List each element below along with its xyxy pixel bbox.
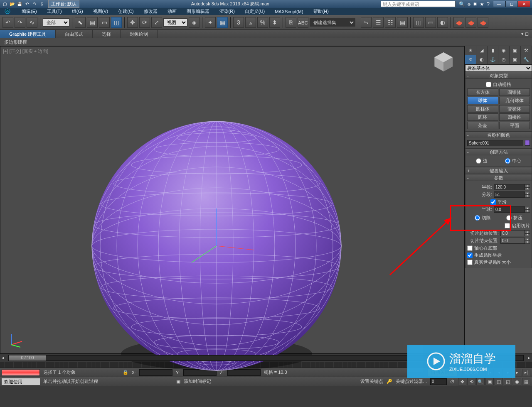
rollout-creation-method[interactable]: -创建方法 <box>465 148 532 155</box>
menu-edit[interactable]: 编辑(E) <box>17 8 42 15</box>
angle-snap-button[interactable]: ⟁ <box>245 17 256 28</box>
workspace-selector[interactable]: 工作台: 默认 <box>48 0 79 8</box>
menu-rendering[interactable]: 渲染(R) <box>214 8 240 15</box>
rotate-button[interactable]: ⟳ <box>139 17 150 28</box>
percent-snap-button[interactable]: % <box>257 17 268 28</box>
menu-tools[interactable]: 工具(T) <box>42 8 67 15</box>
pan-button[interactable]: ✥ <box>458 378 466 385</box>
menu-animation[interactable]: 动画 <box>163 8 182 15</box>
create-tab[interactable]: ✲ <box>465 55 476 64</box>
chop-radio[interactable] <box>475 215 480 221</box>
menu-views[interactable]: 视图(V) <box>88 8 113 15</box>
selection-filter-dropdown[interactable]: 全部 <box>43 18 69 27</box>
object-name-input[interactable] <box>467 140 523 146</box>
menu-group[interactable]: 组(G) <box>67 8 88 15</box>
save-icon[interactable]: 💾 <box>17 1 22 7</box>
motion-tab[interactable]: ◷ <box>498 55 510 64</box>
menu-modifiers[interactable]: 修改器 <box>139 8 163 15</box>
key-filters-icon[interactable]: 🔑 <box>387 379 392 384</box>
time-slider-left[interactable]: ◂ <box>0 355 6 360</box>
orbit-button[interactable]: ◉ <box>513 378 521 385</box>
timeline-minitrack[interactable] <box>2 369 40 376</box>
named-sel-abc-button[interactable]: ABC <box>298 17 308 28</box>
use-center-button[interactable]: ◈ <box>189 17 200 28</box>
radius-spinner[interactable]: ▲▼ <box>525 184 530 190</box>
rollout-object-type[interactable]: -对象类型 <box>465 72 532 79</box>
radius-input[interactable] <box>494 184 525 190</box>
box-button[interactable]: 长方体 <box>467 88 498 96</box>
signin-icon[interactable]: ⍟ <box>468 1 470 7</box>
current-frame-input[interactable] <box>430 378 447 385</box>
menu-maxscript[interactable]: MAXScript(M) <box>270 9 308 14</box>
ribbon-minimize-button[interactable]: ▾ ◻ <box>518 31 532 37</box>
hammer-icon[interactable]: ⚒ <box>521 46 532 55</box>
bookmark-icon[interactable]: ▮ <box>488 46 499 55</box>
max-toggle-button[interactable]: ◱ <box>504 378 512 385</box>
viewcube[interactable] <box>431 51 456 72</box>
edit-named-sel-button[interactable]: ⎘ <box>286 17 296 28</box>
slice-on-checkbox[interactable] <box>505 223 510 228</box>
select-manip-button[interactable]: ✦ <box>205 17 216 28</box>
setkey-button[interactable]: 设置关键点 <box>360 378 383 385</box>
segments-input[interactable] <box>494 191 525 198</box>
schematic-button[interactable]: ▭ <box>425 17 436 28</box>
menu-create[interactable]: 创建(C) <box>113 8 138 15</box>
ref-coord-dropdown[interactable]: 视图 <box>163 18 187 27</box>
segments-spinner[interactable]: ▲▼ <box>525 192 530 198</box>
modify-tab[interactable]: ◐ <box>476 55 488 64</box>
pyramid-button[interactable]: 四棱锥 <box>499 113 530 121</box>
gen-uv-checkbox[interactable] <box>467 253 473 258</box>
center-radio[interactable] <box>505 158 510 164</box>
scale-button[interactable]: ⤢ <box>151 17 162 28</box>
rollout-parameters[interactable]: -参数 <box>465 174 532 181</box>
cylinder-button[interactable]: 圆柱体 <box>467 105 498 113</box>
geosphere-button[interactable]: 几何球体 <box>499 97 530 104</box>
snap-2d-button[interactable]: 3 <box>233 17 244 28</box>
help-icon[interactable]: ? <box>487 1 490 7</box>
ribbon-tab-graphite[interactable]: Graphite 建模工具 <box>0 30 56 38</box>
category-dropdown[interactable]: 标准基本体 <box>465 64 532 72</box>
zoom-button[interactable]: 🔍 <box>476 378 485 385</box>
ribbon-tab-selection[interactable]: 选择 <box>93 30 121 38</box>
link-button[interactable]: ∿ <box>27 17 37 28</box>
fov-button[interactable]: ◫ <box>495 378 503 385</box>
exposure-icon[interactable]: ◢ <box>476 46 488 55</box>
plane-button[interactable]: 平面 <box>499 122 530 129</box>
menu-grapheditors[interactable]: 图形编辑器 <box>182 8 214 15</box>
lighting-icon[interactable]: ☀ <box>465 46 476 55</box>
new-icon[interactable]: ▢ <box>2 1 7 7</box>
app-icon[interactable]: G <box>4 8 17 15</box>
hemisphere-input[interactable] <box>494 206 525 213</box>
ribbon-tab-paint[interactable]: 对象绘制 <box>121 30 158 38</box>
display-tab[interactable]: ▣ <box>510 55 521 64</box>
select-rect-button[interactable]: ▭ <box>99 17 110 28</box>
select-name-button[interactable]: ▤ <box>87 17 98 28</box>
goto-end-button[interactable]: ▸| <box>522 369 530 376</box>
move-button[interactable]: ✥ <box>127 17 138 28</box>
window-crossing-button[interactable]: ◫ <box>111 17 122 28</box>
named-selection-dropdown[interactable]: 创建选择集 <box>310 18 355 27</box>
zoom-extents-button[interactable]: ▣ <box>485 378 494 385</box>
render-button[interactable]: 🫖 <box>478 17 488 28</box>
exchange-icon[interactable]: ✖ <box>473 1 477 7</box>
smooth-checkbox[interactable] <box>490 199 496 205</box>
time-config-icon[interactable]: ⏱ <box>450 379 455 384</box>
viewport-label[interactable]: [+] [正交] [真实 + 边面] <box>3 48 48 54</box>
cone-button[interactable]: 圆锥体 <box>499 88 530 96</box>
hemisphere-spinner[interactable]: ▲▼ <box>525 207 530 213</box>
help-search-input[interactable] <box>381 1 456 7</box>
time-slider-thumb[interactable]: 0 / 100 <box>9 355 46 361</box>
close-button[interactable]: ✕ <box>518 1 530 7</box>
view-icon[interactable]: ◉ <box>498 46 510 55</box>
material-editor-button[interactable]: ◐ <box>437 17 448 28</box>
welcome-script-field[interactable]: 欢迎使用 MAXSc <box>2 378 40 385</box>
undo-button[interactable]: ↶ <box>2 17 13 28</box>
real-world-checkbox[interactable] <box>467 260 473 265</box>
object-color-swatch[interactable] <box>525 140 530 146</box>
rollout-keyboard-entry[interactable]: +键盘输入 <box>465 167 532 174</box>
select-object-button[interactable]: ⬉ <box>75 17 86 28</box>
tube-button[interactable]: 管状体 <box>499 105 530 113</box>
menu-customize[interactable]: 自定义(U) <box>240 8 270 15</box>
layers-button[interactable]: ☷ <box>385 17 396 28</box>
isolate-icon[interactable]: ▣ <box>176 379 180 384</box>
